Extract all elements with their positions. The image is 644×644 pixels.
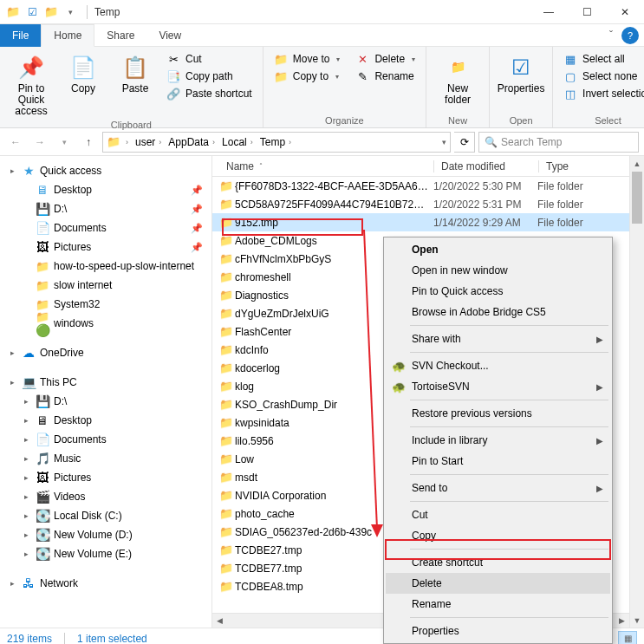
nav-quick-access[interactable]: ▸★Quick access [0,161,211,180]
maximize-button[interactable]: ☐ [568,0,606,24]
delete-button[interactable]: ✕Delete▾ [352,50,419,68]
scroll-left-icon[interactable]: ◀ [212,614,227,628]
refresh-button[interactable]: ⟳ [454,132,475,153]
file-row[interactable]: 5CD58A9725FF4099A44C794E10B72C571/20/202… [212,195,644,213]
nav-item[interactable]: ▸💽New Volume (E:) [0,544,211,563]
col-name[interactable]: Name˄ [212,160,433,172]
collapse-ribbon-icon[interactable]: ˇ [601,29,621,42]
paste-button[interactable]: 📋 Paste [111,50,159,94]
nav-item-icon: 🟢 [35,309,50,337]
search-input[interactable]: 🔍 Search Temp [478,132,639,153]
nav-network[interactable]: ▸🖧Network [0,574,211,593]
move-to-button[interactable]: Move to▾ [270,50,344,68]
properties-button[interactable]: ☑ Properties [497,50,545,94]
file-row[interactable]: {FF6078D3-1322-4BCF-AAEE-3D5AA6745...1/2… [212,177,644,195]
menu-pin-quick-access[interactable]: Pin to Quick access [386,281,610,302]
nav-item[interactable]: 📄Documents📌 [0,218,211,237]
copy-to-button[interactable]: Copy to▾ [270,68,344,85]
newfolder-qat-icon[interactable] [43,4,59,20]
help-icon[interactable]: ? [621,27,639,44]
nav-item[interactable]: ▸🎵Music [0,449,211,468]
menu-include-library[interactable]: Include in library▶ [386,430,610,451]
new-folder-button[interactable]: New folder [433,50,482,106]
tab-file[interactable]: File [0,24,41,47]
select-none-button[interactable]: ▢Select none [560,68,644,85]
menu-restore-versions[interactable]: Restore previous versions [386,403,610,424]
up-button[interactable]: ↑ [78,132,99,153]
scroll-right-icon[interactable]: ▶ [615,614,629,628]
nav-onedrive[interactable]: ▸☁OneDrive [0,343,211,362]
col-type[interactable]: Type [539,160,644,172]
crumb[interactable]: user› [133,136,165,148]
tab-view[interactable]: View [146,24,193,47]
nav-item[interactable]: 🟢windows [0,314,211,333]
history-dropdown[interactable]: ▾ [54,132,75,153]
minimize-button[interactable]: — [530,0,568,24]
menu-properties[interactable]: Properties [386,621,610,641]
cut-button[interactable]: ✂Cut [163,50,256,68]
col-date[interactable]: Date modified [434,160,538,172]
nav-item[interactable]: ▸🎬Videos [0,487,211,506]
nav-item[interactable]: slow internet [0,276,211,295]
nav-item[interactable]: ▸📄Documents [0,430,211,449]
forward-button[interactable]: → [29,132,50,153]
address-row: ← → ▾ ↑ › user› AppData› Local› Temp› ▾ … [0,128,644,156]
nav-item[interactable]: System32 [0,295,211,314]
scrollbar-vertical[interactable]: ▲ ▼ [629,156,644,628]
menu-rename[interactable]: Rename [386,594,610,615]
tortoise-icon: 🐢 [391,381,407,394]
nav-item-icon [35,259,50,273]
qat-dropdown-icon[interactable]: ▾ [62,4,78,20]
navigation-pane[interactable]: ▸★Quick access 🖥Desktop📌💾D:\📌📄Documents📌… [0,156,212,628]
nav-item[interactable]: ▸🖼Pictures [0,468,211,487]
crumb[interactable]: Temp› [258,136,295,148]
column-headers[interactable]: Name˄ Date modified Type [212,156,644,177]
menu-tortoise-svn[interactable]: 🐢TortoiseSVN▶ [386,376,610,397]
menu-browse-bridge[interactable]: Browse in Adobe Bridge CS5 [386,302,610,322]
nav-this-pc[interactable]: ▸💻This PC [0,373,211,392]
rename-button[interactable]: ✎Rename [352,68,419,85]
nav-item[interactable]: 🖥Desktop📌 [0,180,211,199]
scroll-thumb[interactable] [632,172,642,224]
file-row[interactable]: 9152.tmp1/14/2022 9:29 AMFile folder [212,213,644,231]
pin-indicator-icon: 📌 [191,242,203,253]
nav-item[interactable]: 🖼Pictures📌 [0,237,211,257]
menu-open-new-window[interactable]: Open in new window [386,260,610,281]
tab-home[interactable]: Home [41,24,94,47]
menu-cut[interactable]: Cut [386,504,610,525]
nav-item[interactable]: ▸🖥Desktop [0,411,211,430]
menu-send-to[interactable]: Send to▶ [386,478,610,498]
menu-create-shortcut[interactable]: Create shortcut [386,552,610,573]
scroll-down-icon[interactable]: ▼ [630,613,644,628]
copy-button[interactable]: 📄 Copy [59,50,107,94]
copy-path-button[interactable]: 📑Copy path [163,68,256,85]
scroll-up-icon[interactable]: ▲ [630,156,644,171]
menu-svn-checkout[interactable]: 🐢SVN Checkout... [386,355,610,376]
chevron-down-icon[interactable]: ▾ [442,138,446,146]
close-button[interactable]: ✕ [606,0,644,24]
invert-selection-button[interactable]: ◫Invert selection [560,85,644,102]
crumb[interactable]: AppData› [166,136,218,148]
nav-item[interactable]: ▸💽Local Disk (C:) [0,506,211,525]
folder-icon [218,489,235,502]
nav-item[interactable]: ▸💾D:\ [0,392,211,411]
pin-quick-access-button[interactable]: 📌 Pin to Quick access [7,50,55,118]
menu-open[interactable]: Open [386,239,610,260]
menu-pin-start[interactable]: Pin to Start [386,451,610,472]
properties-qat-icon[interactable]: ☑ [24,4,40,20]
crumb[interactable]: Local› [220,136,257,148]
nav-item[interactable]: 💾D:\📌 [0,199,211,218]
address-bar[interactable]: › user› AppData› Local› Temp› ▾ [102,132,451,153]
icons-view-button[interactable]: ▦ [618,631,637,645]
menu-copy[interactable]: Copy [386,525,610,546]
nav-item-icon: 🎵 [35,452,50,465]
menu-delete[interactable]: Delete [386,573,610,594]
nav-item[interactable]: ▸💽New Volume (D:) [0,525,211,544]
select-all-button[interactable]: ▦Select all [560,50,644,68]
tab-share[interactable]: Share [94,24,146,47]
nav-item[interactable]: how-to-speed-up-slow-internet [0,257,211,276]
back-button[interactable]: ← [5,132,26,153]
chevron-right-icon[interactable]: › [124,138,130,146]
paste-shortcut-button[interactable]: 🔗Paste shortcut [163,85,256,102]
menu-share-with[interactable]: Share with▶ [386,329,610,349]
